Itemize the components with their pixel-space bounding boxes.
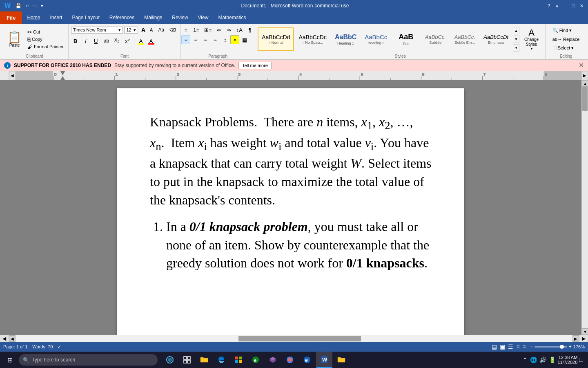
cut-button[interactable]: ✂ Cut	[26, 29, 65, 36]
clock[interactable]: 12:38 AM 11/7/2020	[557, 355, 577, 365]
scroll-down-btn[interactable]: ▼	[582, 328, 588, 335]
style-nospacing[interactable]: AaBbCcDc ↑ No Spaci...	[295, 27, 330, 51]
grow-font-btn[interactable]: A	[139, 25, 147, 34]
bold-btn[interactable]: B	[71, 36, 80, 45]
print-layout-btn[interactable]: ▤	[491, 343, 498, 350]
border-btn[interactable]: ▦	[240, 35, 249, 44]
style-subtitle[interactable]: AaBbCc. Subtitle	[421, 27, 450, 51]
home-menu[interactable]: Home	[22, 11, 45, 24]
taskbar-cortana[interactable]	[162, 352, 178, 368]
page-nav-right[interactable]: ▶	[579, 335, 588, 342]
mailings-menu[interactable]: Mailings	[139, 11, 167, 24]
font-name-selector[interactable]: Times New Rom ▾	[71, 27, 123, 34]
start-button[interactable]: ⊞	[2, 352, 18, 368]
show-desktop-btn[interactable]: □	[579, 356, 583, 364]
change-styles-button[interactable]: A ChangeStyles ▾	[520, 26, 543, 53]
tray-sound-icon[interactable]: 🔊	[539, 357, 546, 363]
taskbar-3dviewer[interactable]	[265, 352, 281, 368]
tell-me-more-button[interactable]: Tell me more	[238, 62, 272, 69]
clear-formatting-btn[interactable]: ⌫	[167, 26, 178, 34]
shading-btn[interactable]: ▪	[230, 35, 239, 44]
zoom-thumb[interactable]	[560, 345, 564, 349]
font-size-selector[interactable]: 12 ▾	[124, 27, 138, 34]
line-spacing-btn[interactable]: ↕	[220, 35, 229, 44]
font-color-btn[interactable]: A	[147, 36, 156, 45]
doc-scroll[interactable]: Knapsack Problems. There are n items, x1…	[0, 80, 581, 335]
style-heading2[interactable]: AaBbCc Heading 2	[361, 27, 391, 51]
zoom-level[interactable]: 176%	[573, 344, 585, 349]
close-btn[interactable]: ✕	[578, 2, 585, 9]
word-count[interactable]: Words: 70	[32, 344, 53, 349]
h-scroll-right[interactable]: ▶	[572, 335, 579, 342]
h-scroll-thumb[interactable]	[238, 336, 361, 341]
maximize-btn[interactable]: □	[570, 2, 577, 9]
align-right-btn[interactable]: ≡	[201, 35, 210, 44]
draft-btn[interactable]: ≡	[522, 343, 527, 350]
tray-battery-icon[interactable]: 🔋	[549, 357, 556, 363]
tray-up-arrow[interactable]: ⌃	[523, 357, 528, 363]
styles-scroll-up[interactable]: ▲	[513, 27, 519, 34]
justify-btn[interactable]: ≡	[211, 35, 220, 44]
increase-indent-btn[interactable]: ⇒	[225, 25, 234, 34]
customize-quick-btn[interactable]: ▾	[40, 2, 45, 9]
taskbar-taskview[interactable]	[179, 352, 195, 368]
text-highlight-btn[interactable]: A	[136, 36, 145, 45]
multilevel-list-btn[interactable]: ⊞≡	[202, 25, 214, 34]
references-menu[interactable]: References	[105, 11, 139, 24]
save-quick-btn[interactable]: 💾	[14, 2, 22, 9]
outline-btn[interactable]: ≡	[515, 343, 520, 350]
bullets-btn[interactable]: ≡	[181, 25, 190, 34]
page-layout-menu[interactable]: Page Layout	[67, 11, 104, 24]
tray-network-icon[interactable]: 🌐	[530, 357, 537, 363]
undo-quick-btn[interactable]: ↩	[24, 2, 30, 9]
file-menu[interactable]: File	[0, 11, 22, 24]
view-menu[interactable]: View	[193, 11, 214, 24]
italic-btn[interactable]: I	[81, 36, 90, 45]
mathematics-menu[interactable]: Mathematics	[213, 11, 251, 24]
infobar-close-btn[interactable]: ✕	[579, 61, 584, 69]
taskbar-edge-chromium[interactable]: e	[247, 352, 264, 368]
style-title[interactable]: AaB Title	[392, 27, 420, 51]
taskbar-file-explorer2[interactable]	[333, 352, 350, 368]
taskbar-word[interactable]: W	[316, 352, 332, 368]
taskbar-edge[interactable]	[213, 352, 229, 368]
find-button[interactable]: 🔍 Find ▾	[550, 27, 583, 34]
underline-btn[interactable]: U	[91, 36, 100, 45]
style-heading1[interactable]: AaBbC Heading 1	[331, 27, 360, 51]
page-info[interactable]: Page: 1 of 1	[3, 344, 27, 349]
styles-scroll-down[interactable]: ▼	[513, 36, 519, 43]
align-left-btn[interactable]: ≡	[181, 35, 190, 44]
web-layout-btn[interactable]: ☰	[507, 343, 514, 350]
insert-menu[interactable]: Insert	[45, 11, 67, 24]
minimize-btn[interactable]: ─	[562, 2, 568, 9]
subscript-btn[interactable]: X2	[112, 36, 121, 45]
format-painter-button[interactable]: 🖌 Format Painter	[26, 43, 65, 50]
page-nav-left[interactable]: ◀	[0, 335, 9, 342]
replace-button[interactable]: ab→ Replace	[550, 36, 583, 43]
select-button[interactable]: ⬚ Select ▾	[550, 44, 583, 52]
taskbar-ie[interactable]: e	[299, 352, 315, 368]
h-scroll-left[interactable]: ◀	[9, 335, 16, 342]
zoom-out-btn[interactable]: −	[530, 344, 533, 350]
ruler-right-scroll[interactable]: ▶	[581, 71, 588, 80]
styles-expand[interactable]: ▾	[513, 44, 519, 52]
redo-quick-btn[interactable]: ↪	[32, 2, 38, 9]
full-screen-btn[interactable]: ▣	[499, 343, 506, 350]
numbering-btn[interactable]: 1≡	[191, 25, 201, 34]
zoom-slider[interactable]	[535, 346, 567, 348]
proofing-btn[interactable]: ✓	[58, 344, 61, 350]
style-emphasis[interactable]: AaBbCcDt Emphasis	[480, 27, 512, 51]
zoom-in-btn[interactable]: +	[569, 344, 572, 350]
help-btn[interactable]: ?	[546, 2, 552, 9]
change-case-btn[interactable]: Aa	[156, 26, 166, 34]
ruler-left-scroll[interactable]: ◀	[9, 71, 16, 80]
shrink-font-btn[interactable]: A	[148, 25, 155, 34]
search-bar[interactable]: 🔍 Type here to search	[19, 354, 158, 366]
taskbar-chrome[interactable]	[282, 352, 298, 368]
paste-button[interactable]: 📋 Paste	[4, 29, 25, 50]
taskbar-explorer[interactable]	[196, 352, 212, 368]
align-center-btn[interactable]: ≡	[191, 35, 200, 44]
show-marks-btn[interactable]: ¶	[245, 25, 254, 34]
strikethrough-btn[interactable]: ab	[102, 36, 111, 45]
decrease-indent-btn[interactable]: ⇐	[215, 25, 224, 34]
